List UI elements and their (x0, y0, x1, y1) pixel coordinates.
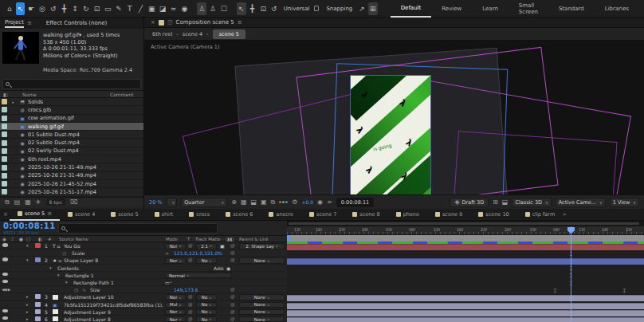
puppet-pin-tool-icon[interactable]: ◉ (180, 2, 190, 15)
layer-name[interactable]: You Go (64, 243, 80, 249)
dolly-camera-tool-icon[interactable]: ↕ (70, 2, 80, 15)
collapse-arrow-icon[interactable]: ▾ (26, 243, 29, 248)
label-color[interactable] (2, 148, 7, 154)
add-label[interactable]: Add: (214, 265, 225, 271)
property-value[interactable]: 149,173.6 (174, 287, 198, 293)
snapping-label[interactable]: Snapping (326, 6, 352, 12)
timeline-tab[interactable]: anscre (261, 209, 301, 221)
zoom-tool-icon[interactable]: ◎ (37, 2, 47, 15)
layer-bar-you-go[interactable] (287, 244, 644, 250)
label-color[interactable] (2, 116, 7, 121)
eye-icon[interactable] (2, 273, 8, 277)
expand-arrow-icon[interactable]: ▸ (26, 316, 29, 321)
stopwatch-icon[interactable]: ◷ (74, 287, 78, 293)
layer-bar-adjustment-9[interactable] (287, 310, 644, 316)
label-color[interactable] (2, 132, 7, 137)
list-item[interactable]: ◉2025-10-26 21-51-17.mp4 (0, 188, 143, 196)
list-item[interactable]: ◉6th reel.mp4 (0, 155, 143, 163)
current-timecode[interactable]: 0:00:08:11 (3, 222, 56, 230)
matte-toggle-icon[interactable]: ▣ (220, 243, 225, 249)
group-name[interactable]: Rectangle Path 1 (73, 280, 114, 285)
timeline-tab[interactable]: scene 6 (218, 209, 261, 221)
label-color[interactable] (2, 189, 7, 194)
composition-preview[interactable]: λ λ λ λ λ λ λ λ is going (351, 76, 430, 194)
tab-effect-controls[interactable]: Effect Controls (none) (46, 20, 107, 26)
list-item[interactable]: ▣cow animation.gif (0, 115, 143, 123)
lock-icon[interactable]: ◫ (167, 19, 173, 26)
playhead-line[interactable] (571, 226, 571, 322)
timeline-search-input[interactable] (58, 223, 218, 234)
blend-mode-dropdown[interactable]: Normal (165, 273, 232, 279)
pickwhip-icon[interactable]: @ (230, 294, 235, 299)
roto-brush-tool-icon[interactable]: ≈ (169, 2, 179, 15)
list-item-selected[interactable]: ▣walking gif.gif (0, 123, 143, 131)
label-color[interactable] (2, 124, 7, 129)
pickwhip-icon[interactable]: @ (188, 257, 193, 262)
tab-overflow-icon[interactable]: » (563, 211, 566, 218)
layer-name[interactable]: Shape Layer 8 (64, 257, 98, 263)
timeline-tab[interactable]: scene 8 (344, 209, 387, 221)
panel-menu-icon[interactable]: ≡ (47, 210, 52, 217)
collapse-arrow-icon[interactable]: ▾ (26, 257, 29, 262)
pickwhip-icon[interactable]: @ (188, 302, 193, 307)
line-tool-icon[interactable]: ╱ (136, 2, 146, 15)
parent-dropdown[interactable]: None (239, 257, 285, 264)
rotation-tool-icon[interactable]: ↻ (81, 2, 91, 15)
bit-depth-button[interactable]: 8 bpc (46, 198, 66, 206)
graph-icon[interactable]: ∿ (82, 287, 86, 293)
pickwhip-icon[interactable]: @ (230, 316, 235, 321)
label-color[interactable] (2, 181, 7, 187)
people-icon[interactable]: ♙ (197, 2, 206, 15)
label-color[interactable] (35, 243, 41, 248)
eraser-tool-icon[interactable]: ◪ (158, 2, 167, 15)
layer-bar-jpg[interactable] (287, 303, 644, 309)
hand-tool-icon[interactable]: ☛ (26, 2, 36, 15)
mode-dropdown[interactable]: Mul (165, 302, 186, 308)
keyframe-icon[interactable]: ⌶ (552, 289, 559, 293)
track-matte-dropdown[interactable]: No (196, 302, 217, 308)
expand-arrow-icon[interactable]: ▸ (26, 309, 29, 314)
label-color[interactable] (2, 173, 7, 179)
workspace-learn[interactable]: Learn (472, 0, 509, 18)
group-row[interactable]: ▾ Rectangle 1 Normal (0, 272, 287, 279)
number-column-header[interactable]: # (48, 237, 52, 242)
timeline-tab[interactable]: scene 9 (427, 209, 470, 221)
layer-name[interactable]: Adjustment Layer 8 (64, 316, 111, 322)
timeline-tab[interactable]: scene 4 (60, 209, 103, 221)
share-icon[interactable]: ↗ (357, 2, 367, 15)
fullscreen-icon[interactable]: ⊞ (368, 2, 378, 15)
panel-menu-icon[interactable]: ≡ (27, 20, 32, 26)
track-matte-dropdown[interactable]: No (196, 309, 217, 316)
camera-view-dropdown[interactable]: Active Came... (556, 198, 606, 207)
label-color[interactable] (35, 302, 41, 307)
layer-bar-shape-layer-8[interactable] (287, 258, 644, 265)
renderer-dropdown[interactable]: Classic 3D (512, 198, 551, 207)
list-item[interactable]: ◉02 Subtle Dust.mp4 (0, 139, 143, 147)
keyframe-icon[interactable]: ⌶ (621, 289, 628, 293)
extended-viewer-icon[interactable]: ⬓ (502, 198, 509, 206)
label-color[interactable] (2, 140, 7, 146)
expression-link-icon[interactable]: ∞ (165, 250, 169, 256)
workspace-standard[interactable]: Standard (548, 0, 595, 18)
eye-icon[interactable] (2, 309, 8, 313)
pan-camera-tool-icon[interactable]: ╋ (60, 2, 69, 15)
pickwhip-icon[interactable]: @ (230, 243, 235, 248)
timeline-tab[interactable]: phone (388, 209, 427, 221)
source-name-column-header[interactable]: Source Name (59, 237, 88, 242)
comp-label-color[interactable] (159, 20, 164, 26)
gizmo-scale-icon[interactable]: ⊡ (258, 2, 268, 15)
person-icon[interactable]: ♙ (208, 2, 218, 15)
resolution-dropdown[interactable]: Quarter (181, 198, 227, 207)
property-value[interactable]: 121.0,121.0,121.0% (174, 250, 222, 256)
parent-dropdown[interactable]: None (239, 309, 285, 316)
timeline-tab[interactable]: clip farm (517, 209, 564, 221)
collapse-arrow-icon[interactable]: ▾ (57, 273, 60, 277)
work-area-bar[interactable] (287, 235, 644, 242)
name-column-header[interactable]: Name (22, 92, 37, 97)
time-ruler[interactable]: 13f 18f 23f 28f 03f 08f 13f 18f 23f 28f … (287, 226, 644, 235)
eye-icon[interactable] (2, 257, 8, 261)
composition-tab-label[interactable]: Composition scene 5 (176, 19, 234, 26)
timeline-tab[interactable]: shirt (147, 209, 182, 221)
label-color[interactable] (35, 309, 41, 314)
timeline-tab-active[interactable]: scene 5≡ (10, 209, 60, 221)
